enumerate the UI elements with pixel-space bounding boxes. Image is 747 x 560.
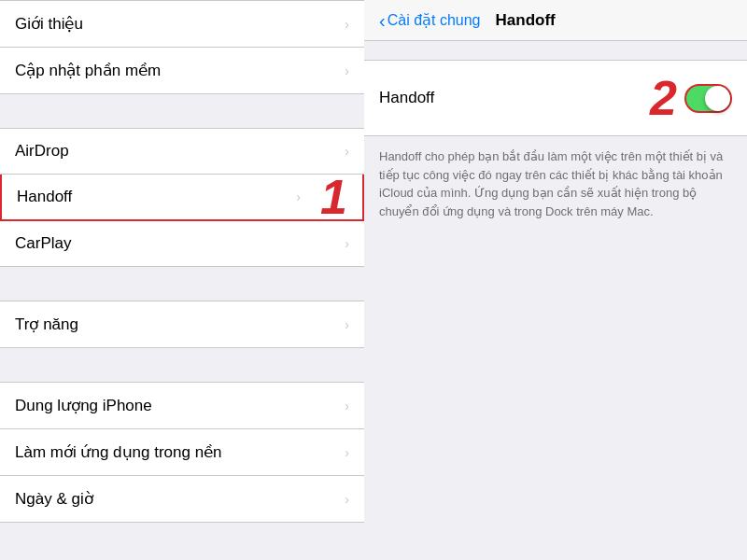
settings-group-1: Giới thiệu › Cập nhật phần mềm ›	[0, 0, 364, 94]
annotation-2: 2	[650, 74, 677, 122]
left-settings-panel: Giới thiệu › Cập nhật phần mềm › AirDrop…	[0, 0, 364, 560]
detail-content: Handoff 2 Handoff cho phép bạn bắt đầu l…	[364, 41, 747, 231]
right-detail-panel: ‹ Cài đặt chung Handoff Handoff 2 Handof…	[364, 0, 747, 560]
toggle-label: Handoff	[379, 89, 434, 107]
chevron-right-icon: ›	[345, 317, 349, 332]
toggle-with-annotation: 2	[650, 74, 732, 122]
sidebar-item-dung-luong[interactable]: Dung lượng iPhone ›	[0, 382, 364, 429]
settings-group-3: Trợ năng ›	[0, 301, 364, 348]
handoff-toggle[interactable]	[684, 84, 732, 113]
sidebar-item-label: Làm mới ứng dụng trong nền	[15, 442, 222, 462]
settings-group-4: Dung lượng iPhone › Làm mới ứng dụng tro…	[0, 382, 364, 523]
sidebar-item-tro-nang[interactable]: Trợ năng ›	[0, 301, 364, 348]
sidebar-item-ngay-gio[interactable]: Ngày & giờ ›	[0, 476, 364, 523]
sidebar-item-label: Ngày & giờ	[15, 489, 93, 509]
sidebar-item-cap-nhat[interactable]: Cập nhật phần mềm ›	[0, 48, 364, 94]
chevron-right-icon: ›	[345, 445, 349, 460]
chevron-right-icon: ›	[296, 189, 301, 204]
sidebar-item-label: AirDrop	[15, 142, 69, 161]
back-chevron-icon: ‹	[379, 11, 386, 30]
handoff-toggle-row: Handoff 2	[364, 60, 747, 136]
sidebar-item-label: CarPlay	[15, 234, 71, 253]
settings-group-2: AirDrop › Handoff › 1 CarPlay ›	[0, 128, 364, 267]
sidebar-item-label: Trợ năng	[15, 315, 78, 334]
detail-page-title: Handoff	[496, 11, 556, 30]
spacer-3	[0, 348, 364, 382]
back-button[interactable]: ‹ Cài đặt chung	[379, 11, 481, 30]
sidebar-item-label: Handoff	[17, 188, 72, 206]
handoff-description: Handoff cho phép bạn bắt đầu làm một việ…	[364, 136, 747, 231]
sidebar-item-gioi-thieu[interactable]: Giới thiệu ›	[0, 0, 364, 48]
detail-header: ‹ Cài đặt chung Handoff	[364, 0, 747, 41]
chevron-right-icon: ›	[345, 144, 349, 159]
spacer-2	[0, 267, 364, 301]
back-label: Cài đặt chung	[388, 11, 481, 29]
sidebar-item-label: Cập nhật phần mềm	[15, 61, 161, 80]
sidebar-item-label: Dung lượng iPhone	[15, 396, 152, 415]
annotation-1: 1	[320, 173, 347, 221]
sidebar-item-handoff[interactable]: Handoff › 1	[0, 175, 364, 221]
chevron-right-icon: ›	[345, 63, 349, 78]
chevron-right-icon: ›	[345, 399, 349, 413]
sidebar-item-lam-moi[interactable]: Làm mới ứng dụng trong nền ›	[0, 429, 364, 476]
chevron-right-icon: ›	[345, 17, 349, 32]
chevron-right-icon: ›	[345, 492, 349, 507]
toggle-knob	[705, 86, 730, 111]
sidebar-item-label: Giới thiệu	[15, 14, 83, 34]
chevron-right-icon: ›	[345, 236, 349, 251]
sidebar-item-airdrop[interactable]: AirDrop ›	[0, 128, 364, 175]
sidebar-item-carplay[interactable]: CarPlay ›	[0, 221, 364, 267]
spacer-1	[0, 94, 364, 128]
